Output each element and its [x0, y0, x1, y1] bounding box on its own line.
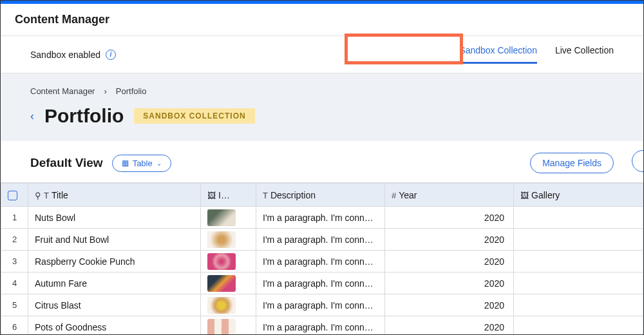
checkbox-icon[interactable] [8, 191, 17, 200]
back-icon[interactable]: ‹ [30, 110, 34, 123]
image-icon: 🖼 [207, 191, 216, 200]
pin-icon: ⚲ [35, 191, 41, 200]
cell-title[interactable]: Autumn Fare [28, 273, 201, 294]
cell-image[interactable] [201, 316, 256, 336]
cell-title[interactable]: Raspberry Cookie Punch [28, 251, 201, 273]
view-toolbar: Default View ▦ Table ⌄ Manage Fields [1, 141, 643, 182]
col-description[interactable]: TDescription [256, 184, 385, 207]
data-table-wrapper: ⚲TTitle 🖼I… TDescription #Year 🖼Gallery … [1, 182, 643, 335]
cell-gallery[interactable] [514, 229, 643, 251]
thumbnail-icon [207, 275, 236, 292]
cell-image[interactable] [201, 207, 256, 229]
row-number: 6 [1, 316, 28, 336]
cell-description[interactable]: I'm a paragraph. I'm conn… [256, 207, 385, 229]
table-row[interactable]: 3 Raspberry Cookie Punch I'm a paragraph… [1, 251, 643, 273]
col-year[interactable]: #Year [385, 184, 514, 207]
cell-gallery[interactable] [514, 316, 643, 336]
app-header: Content Manager [1, 4, 643, 36]
tab-live-collection[interactable]: Live Collection [555, 45, 614, 64]
collection-tabs: Sandbox Collection Live Collection [459, 45, 614, 64]
table-row[interactable]: 1 Nuts Bowl I'm a paragraph. I'm conn… 2… [1, 207, 643, 229]
sandbox-status-label: Sandbox enabled [30, 50, 100, 60]
view-left: Default View ▦ Table ⌄ [30, 155, 171, 172]
cell-image[interactable] [201, 229, 256, 251]
table-row[interactable]: 2 Fruit and Nut Bowl I'm a paragraph. I'… [1, 229, 643, 251]
view-type-label: Table [133, 158, 153, 168]
col-gallery[interactable]: 🖼Gallery [514, 184, 643, 207]
table-row[interactable]: 4 Autumn Fare I'm a paragraph. I'm conn…… [1, 273, 643, 294]
cell-description[interactable]: I'm a paragraph. I'm conn… [256, 316, 385, 336]
thumbnail-icon [207, 209, 236, 226]
cell-gallery[interactable] [514, 273, 643, 294]
cell-title[interactable]: Pots of Goodness [28, 316, 201, 336]
sandbox-badge: SANDBOX COLLECTION [134, 108, 254, 124]
page-header-area: Content Manager › Portfolio ‹ Portfolio … [1, 73, 643, 141]
chevron-down-icon: ⌄ [156, 160, 162, 167]
cell-year[interactable]: 2020 [385, 251, 514, 273]
breadcrumb-current: Portfolio [116, 86, 147, 96]
page-title-row: ‹ Portfolio SANDBOX COLLECTION [30, 105, 614, 127]
cell-description[interactable]: I'm a paragraph. I'm conn… [256, 294, 385, 316]
thumbnail-icon [207, 253, 236, 270]
cell-title[interactable]: Fruit and Nut Bowl [28, 229, 201, 251]
tab-sandbox-collection[interactable]: Sandbox Collection [459, 45, 537, 64]
cell-year[interactable]: 2020 [385, 294, 514, 316]
gallery-icon: 🖼 [520, 191, 529, 200]
page-title: Portfolio [44, 105, 124, 127]
breadcrumb-root[interactable]: Content Manager [30, 86, 95, 96]
thumbnail-icon [207, 319, 236, 336]
cell-image[interactable] [201, 294, 256, 316]
thumbnail-icon [207, 297, 236, 314]
cell-description[interactable]: I'm a paragraph. I'm conn… [256, 229, 385, 251]
text-icon: T [263, 191, 268, 200]
cell-year[interactable]: 2020 [385, 273, 514, 294]
cell-gallery[interactable] [514, 294, 643, 316]
cell-year[interactable]: 2020 [385, 207, 514, 229]
cell-title[interactable]: Nuts Bowl [28, 207, 201, 229]
table-row[interactable]: 6 Pots of Goodness I'm a paragraph. I'm … [1, 316, 643, 336]
number-icon: # [392, 191, 396, 200]
manage-fields-button[interactable]: Manage Fields [530, 153, 614, 173]
col-image[interactable]: 🖼I… [201, 184, 256, 207]
cell-image[interactable] [201, 273, 256, 294]
chevron-right-icon: › [104, 86, 106, 96]
cell-gallery[interactable] [514, 251, 643, 273]
app-title: Content Manager [15, 13, 629, 26]
table-row[interactable]: 5 Citrus Blast I'm a paragraph. I'm conn… [1, 294, 643, 316]
breadcrumb: Content Manager › Portfolio [30, 86, 614, 96]
cell-gallery[interactable] [514, 207, 643, 229]
info-icon[interactable]: i [106, 50, 116, 60]
sandbox-status: Sandbox enabled i [30, 50, 116, 60]
view-type-selector[interactable]: ▦ Table ⌄ [112, 155, 171, 172]
table-header-row: ⚲TTitle 🖼I… TDescription #Year 🖼Gallery [1, 184, 643, 207]
row-number: 2 [1, 229, 28, 251]
cell-description[interactable]: I'm a paragraph. I'm conn… [256, 251, 385, 273]
row-number: 3 [1, 251, 28, 273]
col-title[interactable]: ⚲TTitle [28, 184, 201, 207]
cell-year[interactable]: 2020 [385, 229, 514, 251]
data-table: ⚲TTitle 🖼I… TDescription #Year 🖼Gallery … [1, 183, 643, 335]
row-number: 1 [1, 207, 28, 229]
text-icon: T [44, 191, 49, 200]
cell-year[interactable]: 2020 [385, 316, 514, 336]
cell-description[interactable]: I'm a paragraph. I'm conn… [256, 273, 385, 294]
table-icon: ▦ [122, 158, 129, 168]
row-number: 5 [1, 294, 28, 316]
cell-title[interactable]: Citrus Blast [28, 294, 201, 316]
view-name: Default View [30, 156, 103, 170]
thumbnail-icon [207, 231, 236, 248]
select-all-cell[interactable] [1, 184, 28, 207]
subheader: Sandbox enabled i Sandbox Collection Liv… [1, 36, 643, 73]
row-number: 4 [1, 273, 28, 294]
cell-image[interactable] [201, 251, 256, 273]
